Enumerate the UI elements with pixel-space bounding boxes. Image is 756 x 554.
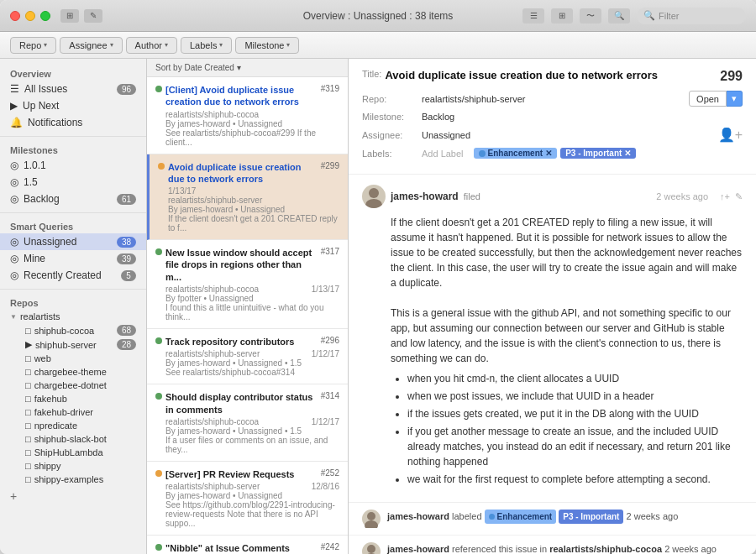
milestone-field-value: Backlog	[422, 112, 454, 122]
labels-filter-btn[interactable]: Labels ▾	[181, 37, 232, 54]
issue-status-dot	[155, 337, 162, 344]
issue-status-dot	[155, 393, 162, 400]
sidebar-repo-shiphub-slack-bot[interactable]: □ shiphub-slack-bot	[0, 432, 146, 446]
chart-view-btn[interactable]: 〜	[580, 8, 601, 24]
sidebar-item-up-next[interactable]: ▶ Up Next	[0, 97, 146, 114]
minimize-button[interactable]	[25, 11, 35, 21]
sidebar-repo-chargebee-dotnet[interactable]: □ chargebee-dotnet	[0, 379, 146, 392]
author-filter-btn[interactable]: Author ▾	[126, 37, 177, 54]
sidebar-item-m15[interactable]: ◎ 1.5	[0, 174, 146, 191]
open-arrow-btn[interactable]: ▾	[727, 91, 743, 107]
sidebar-item-all-issues[interactable]: ☰ All Issues 96	[0, 81, 146, 97]
sidebar-toggle-icon[interactable]: ⊞	[60, 9, 79, 23]
recently-created-badge: 5	[121, 270, 136, 281]
issue-by: By james-howard • Unassigned	[165, 491, 339, 500]
detail-view-btn[interactable]: ⊞	[551, 8, 573, 24]
sidebar-repo-shiphub-cocoa[interactable]: □ shiphub-cocoa 68	[0, 323, 146, 337]
list-view-btn[interactable]: ☰	[522, 8, 544, 24]
sidebar-item-m101[interactable]: ◎ 1.0.1	[0, 157, 146, 174]
issue-date: 12/8/16	[312, 482, 339, 491]
repo-icon-11: □	[25, 461, 31, 471]
comment-section: james-howard filed 2 weeks ago ↑+ ✎ If t…	[349, 175, 756, 503]
close-button[interactable]	[10, 11, 20, 21]
sidebar-item-backlog[interactable]: ◎ Backlog 61	[0, 191, 146, 207]
sort-bar[interactable]: Sort by Date Created ▾	[147, 59, 348, 77]
issue-item-319[interactable]: [Client] Avoid duplicate issue creation …	[147, 77, 348, 154]
detail-header: Title: Avoid duplicate issue creation du…	[349, 59, 756, 175]
assignee-filter-btn[interactable]: Assignee ▾	[60, 37, 122, 54]
assignee-field-label: Assignee:	[362, 130, 417, 140]
sidebar-repo-shippy-examples[interactable]: □ shippy-examples	[0, 473, 146, 486]
issue-excerpt: See https://github.com/blog/2291-introdu…	[165, 500, 339, 528]
all-issues-badge: 96	[117, 84, 136, 95]
backlog-icon: ◎	[10, 193, 18, 205]
sidebar-item-mine[interactable]: ◎ Mine 39	[0, 250, 146, 267]
label-p3-important[interactable]: P3 - Important ✕	[560, 148, 636, 159]
reply-btn[interactable]: ↑+	[720, 191, 730, 201]
sidebar-repo-fakehub[interactable]: □ fakehub	[0, 392, 146, 405]
repo-field: Repo: realartists/shiphub-server Open ▾	[362, 91, 743, 107]
svg-point-3	[365, 520, 378, 528]
sidebar-repo-npredicate[interactable]: □ npredicate	[0, 419, 146, 432]
sidebar-repo-chargebee-theme[interactable]: □ chargebee-theme	[0, 365, 146, 379]
issue-detail-title: Avoid duplicate issue creation due to ne…	[385, 69, 720, 81]
milestone-filter-btn[interactable]: Milestone ▾	[235, 37, 299, 54]
add-repo-btn[interactable]: +	[0, 486, 146, 506]
activity-row-2: james-howard referenced this issue in re…	[349, 536, 756, 554]
labels-field: Labels: Add Label Enhancement ✕ P3 - Imp…	[362, 148, 743, 159]
comment-author: james-howard	[391, 191, 459, 202]
sidebar-repo-fakehub-driver[interactable]: □ fakehub-driver	[0, 405, 146, 419]
search-bar[interactable]: 🔍 Filter	[637, 8, 746, 24]
sidebar-repo-shiphublambda[interactable]: □ ShipHubLambda	[0, 446, 146, 459]
issue-number: #299	[321, 161, 339, 170]
repo-icon-6: □	[25, 394, 31, 404]
issue-item-296[interactable]: Track repository contributors #296 reala…	[147, 329, 348, 384]
sidebar-repo-shiphub-server[interactable]: ▶ shiphub-server 28	[0, 337, 146, 352]
label-enhancement[interactable]: Enhancement ✕	[474, 148, 558, 159]
comment-header: james-howard filed 2 weeks ago ↑+ ✎	[362, 185, 743, 208]
issue-item-242[interactable]: "Nibble" at Issue Comments #242 realarti…	[147, 536, 348, 554]
compose-icon[interactable]: ✎	[84, 9, 102, 23]
repo-filter-btn[interactable]: Repo ▾	[10, 37, 56, 54]
overview-section-label: Overview	[0, 65, 146, 81]
issue-item-317[interactable]: New Issue window should accept file drop…	[147, 240, 348, 329]
issue-title: "Nibble" at Issue Comments	[165, 542, 318, 554]
sidebar-item-notifications[interactable]: 🔔 Notifications	[0, 114, 146, 131]
add-label-btn[interactable]: Add Label	[422, 149, 464, 159]
issue-title: [Server] PR Review Requests	[165, 468, 318, 480]
edit-btn[interactable]: ✎	[735, 191, 743, 202]
open-button[interactable]: Open	[689, 91, 727, 107]
assignee-field: Assignee: Unassigned 👤+	[362, 127, 743, 143]
assign-person-btn[interactable]: 👤+	[718, 127, 743, 143]
realartists-label: realartists	[20, 311, 60, 321]
label-remove-icon[interactable]: ✕	[545, 149, 552, 158]
shiphub-server-badge: 28	[117, 339, 136, 350]
main-content: Overview ☰ All Issues 96 ▶ Up Next 🔔 Not…	[0, 59, 756, 554]
sidebar-repo-realartists[interactable]: ▼ realartists	[0, 310, 146, 323]
issue-item-314[interactable]: Should display contributor status in com…	[147, 384, 348, 462]
sidebar-repo-web[interactable]: □ web	[0, 352, 146, 365]
issue-repo: realartists/shiphub-cocoa	[165, 417, 259, 426]
issue-excerpt: If the client doesn't get a 201 CREATED …	[168, 214, 339, 233]
issue-by: By james-howard • Unassigned • 1.5	[165, 426, 339, 436]
issue-excerpt: I found this a little unintuitive - what…	[165, 303, 339, 321]
sidebar-item-recently-created[interactable]: ◎ Recently Created 5	[0, 267, 146, 284]
maximize-button[interactable]	[40, 11, 50, 21]
dot-icon	[489, 514, 495, 520]
issue-item-299[interactable]: Avoid duplicate issue creation due to ne…	[147, 154, 348, 241]
issue-date: 1/12/17	[312, 417, 339, 426]
comment-p2: This is a general issue with the github …	[391, 306, 743, 366]
sidebar-item-unassigned[interactable]: ◎ Unassigned 38	[0, 233, 146, 250]
label-p3-remove-icon[interactable]: ✕	[624, 149, 631, 158]
bullet-1: when you hit cmd-n, the client allocates…	[407, 371, 743, 386]
sidebar-repo-shippy[interactable]: □ shippy	[0, 459, 146, 473]
repo-icon-9: □	[25, 434, 31, 444]
search-btn[interactable]: 🔍	[608, 8, 630, 24]
issue-status-dot	[155, 86, 162, 92]
issue-excerpt: See realartists/shiphub-cocoa#299 If the…	[165, 128, 339, 147]
comment-action: filed	[464, 191, 480, 201]
labels-field-label: Labels:	[362, 149, 417, 159]
issue-title: Track repository contributors	[165, 336, 318, 348]
issue-title: Should display contributor status in com…	[165, 391, 318, 416]
issue-item-252[interactable]: [Server] PR Review Requests #252 realart…	[147, 462, 348, 536]
